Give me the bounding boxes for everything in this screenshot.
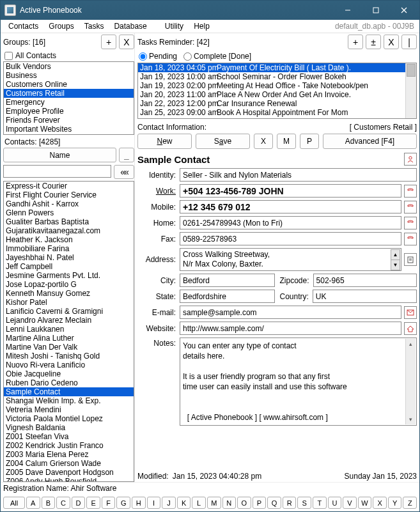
ci-m-button[interactable]: M <box>277 134 296 149</box>
contact-item[interactable]: Jayeshbhai N. Patel <box>4 253 134 262</box>
task-edit-button[interactable]: ± <box>366 35 381 49</box>
filter-letter-k[interactable]: K <box>177 497 191 509</box>
contact-item[interactable]: Vignesh Baldania <box>4 423 134 432</box>
all-contacts-checkbox[interactable]: All Contacts <box>4 51 134 60</box>
filter-letter-u[interactable]: U <box>328 497 342 509</box>
menu-database[interactable]: Database <box>109 21 152 31</box>
group-item[interactable]: Employee Profile <box>4 107 134 116</box>
mobile-field[interactable]: +12 345 679 012 <box>180 200 401 213</box>
contact-item[interactable]: Obie Jacqueline <box>4 369 134 378</box>
menu-tasks[interactable]: Tasks <box>79 21 109 31</box>
filter-letter-z[interactable]: Z <box>403 497 417 509</box>
address-field[interactable]: Cross Walking Streetway, N/r Max Colony,… <box>180 248 401 271</box>
contact-item[interactable]: Glenn Powers <box>4 208 134 217</box>
home-icon[interactable] <box>404 322 417 335</box>
filter-letter-i[interactable]: I <box>147 497 161 509</box>
filter-letter-g[interactable]: G <box>116 497 130 509</box>
filter-letter-d[interactable]: D <box>72 497 86 509</box>
work-label[interactable]: Work: <box>137 187 176 196</box>
task-row[interactable]: Jan 19, 2023 10:00 amSchool Seminar - Or… <box>138 72 416 81</box>
filter-letter-s[interactable]: S <box>297 497 311 509</box>
contact-item[interactable]: Jeff Campbell <box>4 262 134 271</box>
phone-icon[interactable] <box>404 217 417 229</box>
task-more-button[interactable]: | <box>401 35 417 49</box>
contact-item[interactable]: Nuovo Ri-vera Lanificio <box>4 361 134 369</box>
task-row[interactable]: Jan 25, 2023 09:00 amBook A Hospital App… <box>138 108 416 117</box>
home-field[interactable]: 0261-254789943 (Mon to Fri) <box>180 216 401 229</box>
menu-contacts[interactable]: Contacts <box>3 21 43 31</box>
filter-letter-c[interactable]: C <box>56 497 70 509</box>
tasks-pending-radio[interactable]: Pending <box>139 52 177 61</box>
contact-item[interactable]: Jose Lopaz-portilo G <box>4 280 134 289</box>
group-item[interactable]: Business <box>4 71 134 80</box>
group-item[interactable]: Important Websites <box>4 125 134 134</box>
advanced-button[interactable]: Advanced [F4] <box>323 134 417 149</box>
identity-field[interactable]: Seller - Silk and Nylon Materials <box>180 168 417 182</box>
group-item[interactable]: Customers Online <box>4 80 134 89</box>
filter-all-button[interactable]: All <box>3 497 25 509</box>
contact-item[interactable]: Z006 Andy Hugh Bousfield <box>4 477 134 482</box>
filter-letter-o[interactable]: O <box>237 497 251 509</box>
group-add-button[interactable]: + <box>101 35 116 49</box>
tasks-complete-radio[interactable]: Complete [Done] <box>183 52 251 61</box>
group-item[interactable]: Bulk Vendors <box>4 62 134 71</box>
contact-item[interactable]: Ruben Dario Cedeno <box>4 378 134 387</box>
contact-item[interactable]: Jesmine Garments Pvt. Ltd. <box>4 271 134 280</box>
menu-groups[interactable]: Groups <box>43 21 79 31</box>
notes-scrollbar[interactable] <box>405 339 416 424</box>
task-row[interactable]: Jan 19, 2023 02:00 pmMeeting At Head Off… <box>138 81 416 90</box>
minimize-button[interactable] <box>334 1 362 20</box>
contact-item[interactable]: Gandhi Ashit - Karrox <box>4 199 134 208</box>
contact-item[interactable]: Shangai Welkin Imp. & Exp. <box>4 396 134 405</box>
contacts-list[interactable]: Express-it CourierFirst Flight Courier S… <box>3 181 134 482</box>
filter-letter-x[interactable]: X <box>373 497 387 509</box>
menu-utility[interactable]: Utility <box>160 21 189 31</box>
address-spinner[interactable]: ▲▼ <box>391 249 400 270</box>
filter-letter-b[interactable]: B <box>42 497 56 509</box>
contact-item[interactable]: Express-it Courier <box>4 182 134 190</box>
contact-item[interactable]: Lejandro Alvarez Meclain <box>4 316 134 325</box>
city-field[interactable]: Bedford <box>180 274 275 287</box>
task-add-button[interactable]: + <box>348 35 363 49</box>
country-field[interactable]: UK <box>313 290 417 303</box>
contact-item[interactable]: Z002 Kendrick Justin Franco <box>4 441 134 450</box>
clipboard-icon[interactable] <box>404 253 417 266</box>
photo-icon[interactable] <box>404 153 417 166</box>
filter-letter-j[interactable]: J <box>162 497 176 509</box>
task-row[interactable]: Jan 22, 2023 12:00 pmCar Insurance Renew… <box>138 99 416 108</box>
contact-item[interactable]: Kenneth Mansuy Gomez <box>4 289 134 298</box>
contact-item[interactable]: Kishor Patel <box>4 298 134 307</box>
new-contact-button[interactable]: New <box>137 134 192 149</box>
group-item[interactable]: Local Suppliers <box>4 134 134 135</box>
filter-letter-a[interactable]: A <box>26 497 40 509</box>
maximize-button[interactable] <box>362 1 390 20</box>
filter-letter-l[interactable]: L <box>192 497 206 509</box>
filter-letter-t[interactable]: T <box>313 497 327 509</box>
group-delete-button[interactable]: X <box>119 35 134 49</box>
group-item[interactable]: Emergency <box>4 98 134 107</box>
contact-item[interactable]: Z001 Steefan Viva <box>4 432 134 441</box>
all-contacts-checkbox-input[interactable] <box>4 52 13 60</box>
email-icon[interactable] <box>404 306 417 319</box>
search-reset-button[interactable]: «« <box>114 165 134 179</box>
contact-item[interactable]: Z005 Dave Davenport Hodgson <box>4 468 134 477</box>
ci-p-button[interactable]: P <box>300 134 319 149</box>
contact-item[interactable]: Z003 Maria Elena Perez <box>4 450 134 459</box>
menu-help[interactable]: Help <box>189 21 215 31</box>
task-row[interactable]: Jan 18, 2023 04:05 pmPayment Of Electric… <box>138 63 416 72</box>
work-field[interactable]: +504 123-456-789 JOHN <box>180 184 401 198</box>
filter-letter-f[interactable]: F <box>102 497 116 509</box>
contact-item[interactable]: First Flight Courier Service <box>4 190 134 199</box>
filter-letter-w[interactable]: W <box>358 497 372 509</box>
tasks-list[interactable]: Jan 18, 2023 04:05 pmPayment Of Electric… <box>137 63 417 119</box>
search-input[interactable] <box>3 165 111 178</box>
contact-item[interactable]: Mitesh Joshi - Tanishq Gold <box>4 352 134 361</box>
close-button[interactable] <box>390 1 418 20</box>
task-delete-button[interactable]: X <box>384 35 399 49</box>
contact-item[interactable]: Martine Van Der Valk <box>4 343 134 352</box>
contact-item[interactable]: Gujaratikavitaanegazal.com <box>4 226 134 235</box>
contact-item[interactable]: Vetreria Mendini <box>4 405 134 414</box>
filter-letter-y[interactable]: Y <box>388 497 402 509</box>
contact-item[interactable]: Lenni Laukkanen <box>4 325 134 334</box>
save-contact-button[interactable]: Save <box>196 134 250 149</box>
